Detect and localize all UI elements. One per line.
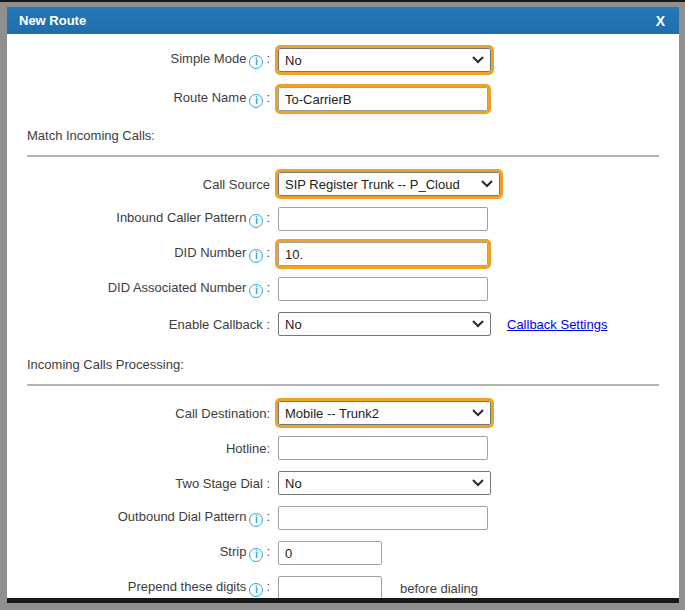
row-simple-mode: Simple Mode: No xyxy=(7,47,679,73)
chevron-down-icon xyxy=(472,409,484,417)
info-icon[interactable] xyxy=(249,513,263,527)
info-icon[interactable] xyxy=(249,284,263,298)
simple-mode-label: Simple Mode: xyxy=(7,51,270,69)
two-stage-dial-select[interactable]: No xyxy=(278,471,491,495)
outbound-dial-pattern-label: Outbound Dial Pattern: xyxy=(7,509,270,527)
did-associated-number-label: DID Associated Number: xyxy=(7,280,270,298)
two-stage-dial-value: No xyxy=(285,476,302,491)
row-call-destination: Call Destination: Mobile -- Trunk2 xyxy=(7,400,679,426)
info-icon[interactable] xyxy=(249,94,263,108)
call-source-label: Call Source xyxy=(7,177,270,192)
enable-callback-value: No xyxy=(285,317,302,332)
did-number-label: DID Number: xyxy=(7,245,270,263)
strip-input[interactable] xyxy=(278,541,382,565)
info-icon[interactable] xyxy=(249,583,263,597)
info-icon[interactable] xyxy=(249,249,263,263)
chevron-down-icon xyxy=(472,320,484,328)
section-divider xyxy=(27,155,659,157)
call-destination-label: Call Destination: xyxy=(7,406,270,421)
dialog-titlebar: New Route X xyxy=(7,7,679,34)
row-enable-callback: Enable Callback : No Callback Settings xyxy=(7,311,679,337)
dialog-content: Simple Mode: No Route Name: Match Incomi… xyxy=(7,34,679,598)
simple-mode-value: No xyxy=(285,53,302,68)
row-strip: Strip: xyxy=(7,540,679,566)
dialog-bottom-border xyxy=(7,598,679,603)
call-destination-select[interactable]: Mobile -- Trunk2 xyxy=(278,401,491,425)
row-hotline: Hotline: xyxy=(7,435,679,461)
row-did-number: DID Number: xyxy=(7,241,679,267)
close-icon[interactable]: X xyxy=(656,14,665,28)
did-number-input[interactable] xyxy=(278,242,488,266)
inbound-caller-pattern-label: Inbound Caller Pattern: xyxy=(7,210,270,228)
call-destination-value: Mobile -- Trunk2 xyxy=(285,406,379,421)
callback-settings-link[interactable]: Callback Settings xyxy=(507,317,607,332)
section-incoming-calls-processing: Incoming Calls Processing: xyxy=(27,357,679,372)
dialog-title: New Route xyxy=(19,13,86,28)
row-outbound-dial-pattern: Outbound Dial Pattern: xyxy=(7,505,679,531)
new-route-dialog: New Route X Simple Mode: No Route Name: … xyxy=(7,7,679,598)
section-match-incoming-calls: Match Incoming Calls: xyxy=(27,128,679,143)
chevron-down-icon xyxy=(481,180,493,188)
call-source-select[interactable]: SIP Register Trunk -- P_Cloud xyxy=(278,172,500,196)
section-divider xyxy=(27,384,659,386)
prepend-digits-label: Prepend these digits: xyxy=(7,579,270,597)
strip-label: Strip: xyxy=(7,544,270,562)
info-icon[interactable] xyxy=(249,55,263,69)
inbound-caller-pattern-input[interactable] xyxy=(278,207,488,231)
route-name-input[interactable] xyxy=(278,87,488,111)
chevron-down-icon xyxy=(472,479,484,487)
outbound-dial-pattern-input[interactable] xyxy=(278,506,488,530)
enable-callback-label: Enable Callback : xyxy=(7,317,270,332)
did-associated-number-input[interactable] xyxy=(278,277,488,301)
row-prepend-digits: Prepend these digits: before dialing xyxy=(7,575,679,598)
row-route-name: Route Name: xyxy=(7,86,679,112)
enable-callback-select[interactable]: No xyxy=(278,312,491,336)
chevron-down-icon xyxy=(472,56,484,64)
call-source-value: SIP Register Trunk -- P_Cloud xyxy=(285,177,460,192)
simple-mode-select[interactable]: No xyxy=(278,48,491,72)
hotline-input[interactable] xyxy=(278,436,488,460)
row-did-associated-number: DID Associated Number: xyxy=(7,276,679,302)
hotline-label: Hotline: xyxy=(7,441,270,456)
prepend-digits-input[interactable] xyxy=(278,576,382,598)
row-call-source: Call Source SIP Register Trunk -- P_Clou… xyxy=(7,171,679,197)
before-dialing-text: before dialing xyxy=(400,581,478,596)
info-icon[interactable] xyxy=(249,548,263,562)
info-icon[interactable] xyxy=(249,214,263,228)
row-two-stage-dial: Two Stage Dial : No xyxy=(7,470,679,496)
two-stage-dial-label: Two Stage Dial : xyxy=(7,476,270,491)
route-name-label: Route Name: xyxy=(7,90,270,108)
row-inbound-caller-pattern: Inbound Caller Pattern: xyxy=(7,206,679,232)
